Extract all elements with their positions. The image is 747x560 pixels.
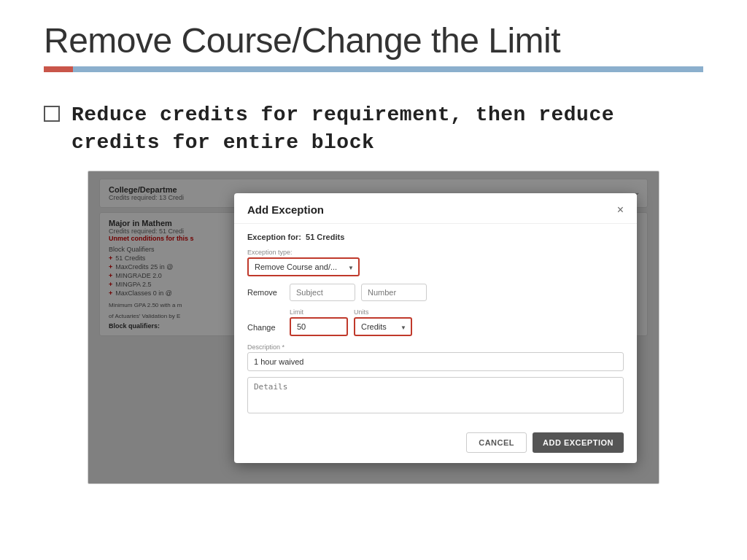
limit-group: Limit: [290, 308, 348, 336]
slide-title: Remove Course/Change the Limit: [44, 22, 703, 61]
description-group: Description *: [247, 343, 624, 377]
exception-for: Exception for: 51 Credits: [247, 233, 624, 241]
modal-dialog: Add Exception × Exception for: 51 Credit…: [234, 193, 637, 463]
description-input[interactable]: [247, 352, 624, 371]
cancel-button[interactable]: CANCEL: [466, 432, 527, 453]
change-row: Change Limit Units Credits: [247, 308, 624, 336]
change-label: Change: [247, 323, 284, 336]
exception-type-group: Exception type: Remove Course and/...: [247, 249, 624, 276]
exception-type-select[interactable]: Remove Course and/...: [247, 257, 360, 276]
accent-orange: [44, 66, 73, 72]
title-area: Remove Course/Change the Limit: [0, 0, 747, 79]
remove-label: Remove: [247, 288, 284, 301]
units-select-wrapper: Credits: [354, 317, 412, 336]
exception-for-label: Exception for:: [247, 233, 301, 241]
add-exception-button[interactable]: ADD EXCEPTION: [533, 432, 624, 453]
exception-for-value: 51 Credits: [306, 233, 344, 241]
accent-bar: [44, 66, 703, 72]
close-button[interactable]: ×: [617, 204, 624, 216]
modal-body: Exception for: 51 Credits Exception type…: [234, 224, 637, 425]
exception-type-label: Exception type:: [247, 249, 624, 256]
units-select[interactable]: Credits: [354, 317, 412, 336]
subject-input[interactable]: [290, 284, 355, 301]
limit-label: Limit: [290, 308, 348, 316]
accent-blue: [73, 66, 703, 72]
modal-header: Add Exception ×: [234, 193, 637, 224]
modal-footer: CANCEL ADD EXCEPTION: [234, 425, 637, 463]
limit-input[interactable]: [290, 317, 348, 336]
description-label: Description *: [247, 343, 624, 351]
bullet-item: Reduce credits for requirement, then red…: [44, 101, 703, 157]
slide: Remove Course/Change the Limit Reduce cr…: [0, 0, 747, 560]
bullet-text: Reduce credits for requirement, then red…: [71, 101, 703, 157]
units-label: Units: [354, 308, 412, 316]
number-input[interactable]: [361, 284, 427, 301]
content-area: Reduce credits for requirement, then red…: [0, 79, 747, 499]
screenshot-container: College/Departme Credits required: 13 Cr…: [88, 171, 659, 484]
details-group: [247, 377, 624, 416]
bullet-checkbox: [44, 106, 60, 122]
details-textarea[interactable]: [247, 377, 624, 413]
modal-title: Add Exception: [247, 203, 324, 216]
exception-type-select-wrapper: Remove Course and/...: [247, 257, 360, 276]
remove-row: Remove: [247, 284, 624, 301]
units-group: Units Credits: [354, 308, 412, 336]
